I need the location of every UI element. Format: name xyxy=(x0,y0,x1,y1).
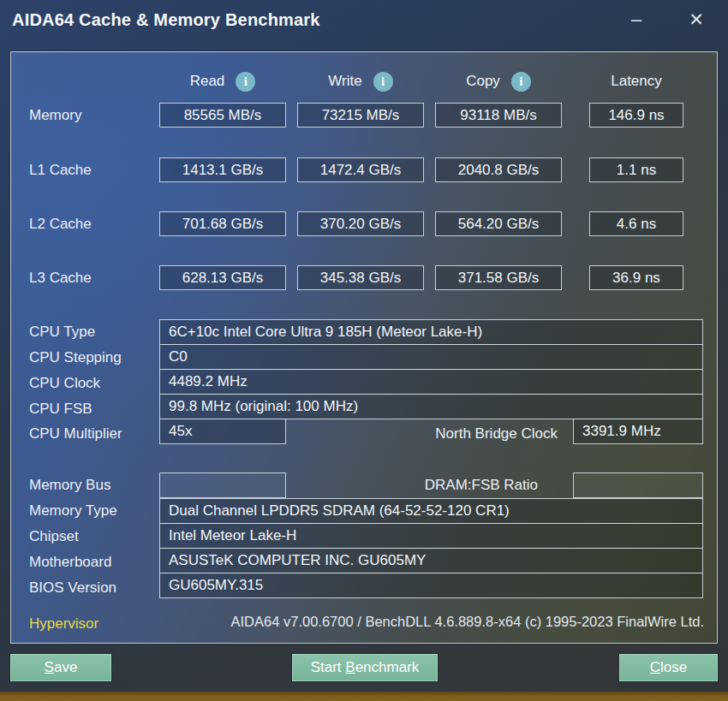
bios-version-value: GU605MY.315 xyxy=(159,573,703,598)
close-button-label-post: lose xyxy=(660,659,687,676)
hypervisor-label: Hypervisor xyxy=(29,615,98,633)
close-window-button[interactable]: ✕ xyxy=(677,5,716,34)
memory-read-value: 85565 MB/s xyxy=(159,103,286,128)
save-button-label-underline: S xyxy=(45,659,54,676)
north-bridge-clock-label: North Bridge Clock xyxy=(301,421,558,447)
l1-latency-value: 1.1 ns xyxy=(589,157,683,182)
minimize-button[interactable]: – xyxy=(617,5,656,34)
info-icon[interactable]: i xyxy=(236,72,255,92)
save-button[interactable]: Save xyxy=(10,654,111,681)
start-benchmark-button[interactable]: Start Benchmark xyxy=(292,654,438,681)
close-icon: ✕ xyxy=(689,9,704,30)
row-label-cpu-fsb: CPU FSB xyxy=(29,396,92,422)
cpu-stepping-value: C0 xyxy=(159,344,703,370)
chipset-value: Intel Meteor Lake-H xyxy=(159,523,703,549)
l2-read-value: 701.68 GB/s xyxy=(159,211,286,236)
info-glyph: i xyxy=(519,74,522,89)
row-label-l1-cache: L1 Cache xyxy=(29,157,92,182)
l1-read-value: 1413.1 GB/s xyxy=(159,157,286,182)
row-label-cpu-stepping: CPU Stepping xyxy=(29,345,122,371)
column-header-read: Read i xyxy=(159,69,286,93)
window-title: AIDA64 Cache & Memory Benchmark xyxy=(12,10,320,30)
version-copyright-text: AIDA64 v7.00.6700 / BenchDLL 4.6.889.8-x… xyxy=(231,614,704,630)
l3-copy-value: 371.58 GB/s xyxy=(435,265,562,290)
info-glyph: i xyxy=(244,74,248,89)
close-button-label-underline: C xyxy=(650,659,660,676)
row-label-memory: Memory xyxy=(29,103,81,128)
title-bar: AIDA64 Cache & Memory Benchmark – ✕ xyxy=(0,0,728,50)
info-icon[interactable]: i xyxy=(511,72,531,92)
row-label-memory-bus: Memory Bus xyxy=(29,472,110,498)
close-button[interactable]: Close xyxy=(619,654,718,681)
save-button-label-post: ave xyxy=(54,659,77,676)
row-label-l3-cache: L3 Cache xyxy=(29,265,92,290)
bottom-edge-strip xyxy=(0,692,728,701)
column-header-write: Write i xyxy=(297,69,424,93)
memory-latency-value: 146.9 ns xyxy=(589,103,683,128)
start-benchmark-label-pre: Start xyxy=(311,659,346,676)
l1-write-value: 1472.4 GB/s xyxy=(297,157,424,182)
info-glyph: i xyxy=(381,74,385,89)
l3-read-value: 628.13 GB/s xyxy=(159,265,286,290)
row-label-motherboard: Motherboard xyxy=(29,550,111,575)
row-label-bios-version: BIOS Version xyxy=(29,575,116,601)
row-label-cpu-clock: CPU Clock xyxy=(29,371,100,396)
dram-fsb-ratio-value xyxy=(573,472,703,498)
dram-fsb-ratio-label: DRAM:FSB Ratio xyxy=(301,472,538,498)
latency-column-label: Latency xyxy=(611,73,662,90)
row-label-cpu-multiplier: CPU Multiplier xyxy=(29,421,122,447)
write-column-label: Write xyxy=(328,73,361,90)
row-label-chipset: Chipset xyxy=(29,524,79,550)
cpu-type-value: 6C+10c Intel Core Ultra 9 185H (Meteor L… xyxy=(159,319,703,345)
l1-copy-value: 2040.8 GB/s xyxy=(435,157,562,182)
read-column-label: Read xyxy=(190,73,225,90)
memory-bus-value xyxy=(159,472,286,498)
benchmark-panel: Read i Write i Copy i Latency Memory 855… xyxy=(10,51,718,644)
column-header-latency: Latency xyxy=(572,69,701,93)
cpu-clock-value: 4489.2 MHz xyxy=(159,369,703,395)
l2-copy-value: 564.20 GB/s xyxy=(435,211,562,236)
column-header-copy: Copy i xyxy=(435,69,562,93)
copy-column-label: Copy xyxy=(466,73,500,90)
row-label-cpu-type: CPU Type xyxy=(29,319,95,345)
start-benchmark-label-underline: B xyxy=(345,659,355,676)
north-bridge-clock-value: 3391.9 MHz xyxy=(573,419,703,444)
memory-write-value: 73215 MB/s xyxy=(297,103,424,128)
start-benchmark-label-post: enchmark xyxy=(355,659,420,676)
minimize-icon: – xyxy=(631,9,641,31)
l2-latency-value: 4.6 ns xyxy=(589,211,683,236)
l3-write-value: 345.38 GB/s xyxy=(297,265,424,290)
motherboard-value: ASUSTeK COMPUTER INC. GU605MY xyxy=(159,548,703,573)
info-icon[interactable]: i xyxy=(373,72,393,92)
l2-write-value: 370.20 GB/s xyxy=(297,211,424,236)
row-label-l2-cache: L2 Cache xyxy=(29,211,92,236)
memory-copy-value: 93118 MB/s xyxy=(435,103,562,128)
memory-type-value: Dual Channel LPDDR5 SDRAM (64-52-52-120 … xyxy=(159,498,703,524)
l3-latency-value: 36.9 ns xyxy=(589,265,683,290)
row-label-memory-type: Memory Type xyxy=(29,498,117,524)
cpu-fsb-value: 99.8 MHz (original: 100 MHz) xyxy=(159,394,703,419)
cpu-multiplier-value: 45x xyxy=(159,419,286,444)
aida64-benchmark-window: AIDA64 Cache & Memory Benchmark – ✕ Read… xyxy=(0,0,728,701)
